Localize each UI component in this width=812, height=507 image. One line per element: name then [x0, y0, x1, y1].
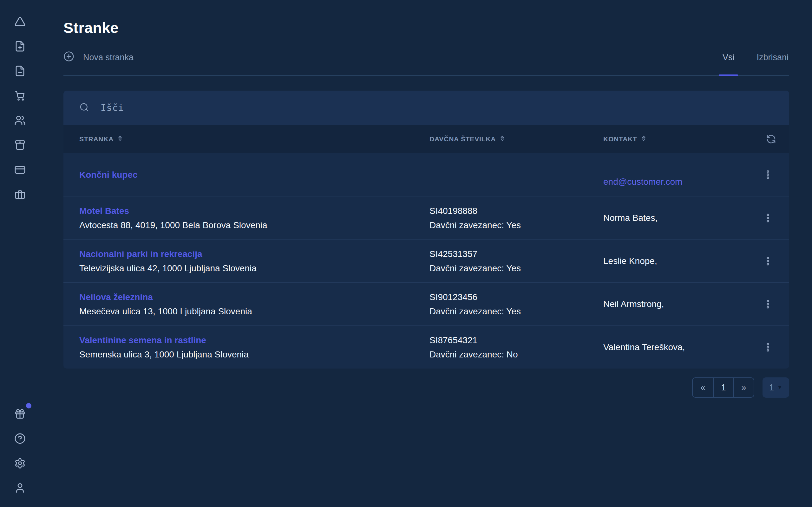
customer-cell: Nacionalni parki in rekreacijaTelevizijs…	[79, 247, 429, 275]
pagination: « 1 » 1 ▼	[63, 377, 789, 398]
kebab-menu-icon	[762, 342, 774, 353]
user-profile-icon	[14, 482, 26, 494]
table-header-row: STRANKA DAVČNA ŠTEVILKA KONTAKT	[63, 125, 789, 153]
sidebar-item-user-profile[interactable]	[14, 482, 26, 494]
previous-page-button[interactable]: «	[693, 378, 713, 397]
contact-name: Neil Armstrong,	[603, 297, 747, 311]
customer-name-link[interactable]: Motel Bates	[79, 204, 423, 218]
sidebar-item-settings-gear[interactable]	[14, 458, 26, 469]
customer-name-link[interactable]: Končni kupec	[79, 168, 423, 182]
tax-number: SI40198888	[429, 204, 597, 218]
customer-cell: Neilova železninaMesečeva ulica 13, 1000…	[79, 290, 429, 319]
tax-liable-status: Davčni zavezanec: Yes	[429, 304, 597, 319]
table-row: Neilova železninaMesečeva ulica 13, 1000…	[63, 282, 789, 326]
refresh-button[interactable]	[766, 134, 776, 144]
column-header-stranka-label: STRANKA	[79, 135, 113, 143]
sort-icon	[641, 135, 647, 143]
tax-number: SI90123456	[429, 290, 597, 304]
caret-down-icon: ▼	[777, 384, 782, 391]
main-content: Stranke Nova stranka Vsi Izbrisani STRAN…	[63, 0, 789, 398]
sidebar-item-triangle-logo[interactable]	[14, 16, 26, 27]
customer-address: Avtocesta 88, 4019, 1000 Bela Borova Slo…	[79, 218, 423, 232]
per-page-dropdown[interactable]: 1 ▼	[763, 377, 789, 398]
tax-cell: SI90123456Davčni zavezanec: Yes	[429, 290, 603, 319]
row-menu-button[interactable]	[760, 297, 775, 312]
sidebar-item-help-circle[interactable]	[14, 433, 26, 444]
tax-number: SI87654321	[429, 333, 597, 347]
archive-box-icon	[14, 139, 26, 151]
sidebar-item-briefcase[interactable]	[14, 189, 26, 200]
contact-cell: Norma Bates,	[603, 211, 753, 225]
customer-name-link[interactable]: Valentinine semena in rastline	[79, 333, 423, 347]
column-header-kontakt[interactable]: KONTAKT	[603, 135, 753, 143]
file-minus-icon	[14, 65, 26, 77]
customer-name-link[interactable]: Nacionalni parki in rekreacija	[79, 247, 423, 261]
column-header-stranka[interactable]: STRANKA	[79, 135, 429, 143]
contact-cell: Valentina Tereškova,	[603, 340, 753, 354]
new-customer-button[interactable]: Nova stranka	[63, 51, 134, 64]
next-page-button[interactable]: »	[733, 378, 754, 397]
customer-name-link[interactable]: Neilova železnina	[79, 290, 423, 304]
contact-cell: end@customer.com	[603, 160, 753, 189]
sidebar-item-archive-box[interactable]	[14, 139, 26, 151]
pagination-group: « 1 »	[692, 377, 754, 398]
table-row: Nacionalni parki in rekreacijaTelevizijs…	[63, 239, 789, 282]
users-icon	[14, 115, 26, 126]
contact-email-link[interactable]: end@customer.com	[603, 175, 747, 189]
tax-liable-status: Davčni zavezanec: No	[429, 347, 597, 361]
briefcase-icon	[14, 189, 26, 200]
row-menu-button[interactable]	[760, 253, 775, 269]
table-row: Valentinine semena in rastlineSemenska u…	[63, 326, 789, 369]
tax-liable-status: Davčni zavezanec: Yes	[429, 218, 597, 232]
sidebar-bottom-icons	[14, 408, 26, 494]
tab-izbrisani-label: Izbrisani	[757, 53, 789, 62]
table-body: Končni kupec end@customer.com Motel Bate…	[63, 153, 789, 369]
file-plus-icon	[14, 41, 26, 52]
toolbar: Nova stranka Vsi Izbrisani	[63, 40, 789, 76]
sidebar-item-file-plus[interactable]	[14, 41, 26, 52]
column-header-davcna-label: DAVČNA ŠTEVILKA	[429, 135, 496, 143]
current-page-button[interactable]: 1	[713, 378, 733, 397]
contact-name: Norma Bates,	[603, 211, 747, 225]
tax-cell: SI42531357Davčni zavezanec: Yes	[429, 247, 603, 275]
search-input[interactable]	[101, 102, 789, 113]
row-menu-button[interactable]	[760, 210, 775, 226]
row-menu-button[interactable]	[760, 340, 775, 355]
sidebar-top-icons	[14, 16, 26, 200]
sidebar-item-file-minus[interactable]	[14, 65, 26, 77]
column-header-davcna-stevilka[interactable]: DAVČNA ŠTEVILKA	[429, 135, 603, 143]
search-icon	[79, 102, 89, 113]
row-menu-button[interactable]	[760, 167, 775, 182]
sidebar-item-credit-card[interactable]	[14, 164, 26, 176]
new-customer-label: Nova stranka	[83, 53, 134, 62]
tab-bar: Vsi Izbrisani	[722, 40, 789, 75]
kebab-menu-icon	[762, 298, 774, 310]
sort-icon	[499, 135, 506, 143]
tax-liable-status: Davčni zavezanec: Yes	[429, 261, 597, 275]
tax-number: SI42531357	[429, 247, 597, 261]
sidebar-item-gift[interactable]	[14, 408, 26, 419]
per-page-value: 1	[769, 383, 774, 393]
tab-izbrisani[interactable]: Izbrisani	[756, 40, 789, 75]
shopping-cart-icon	[14, 90, 26, 101]
help-circle-icon	[14, 433, 26, 444]
page-title: Stranke	[63, 19, 789, 37]
search-bar	[63, 91, 789, 125]
settings-gear-icon	[14, 458, 26, 469]
customer-cell: Valentinine semena in rastlineSemenska u…	[79, 333, 429, 361]
credit-card-icon	[14, 164, 26, 176]
contact-name: Leslie Knope,	[603, 254, 747, 268]
refresh-icon	[766, 134, 776, 144]
sidebar-item-shopping-cart[interactable]	[14, 90, 26, 101]
plus-circle-icon	[63, 51, 74, 64]
kebab-menu-icon	[762, 256, 774, 267]
tab-vsi[interactable]: Vsi	[722, 40, 735, 75]
table-row: Končni kupec end@customer.com	[63, 153, 789, 196]
customer-address: Mesečeva ulica 13, 1000 Ljubljana Sloven…	[79, 304, 423, 319]
notification-dot	[26, 403, 32, 408]
triangle-logo-icon	[14, 16, 26, 27]
contact-cell: Neil Armstrong,	[603, 297, 753, 311]
contact-name-empty	[603, 160, 747, 175]
customer-address: Televizijska ulica 42, 1000 Ljubljana Sl…	[79, 261, 423, 275]
sidebar-item-users[interactable]	[14, 115, 26, 126]
